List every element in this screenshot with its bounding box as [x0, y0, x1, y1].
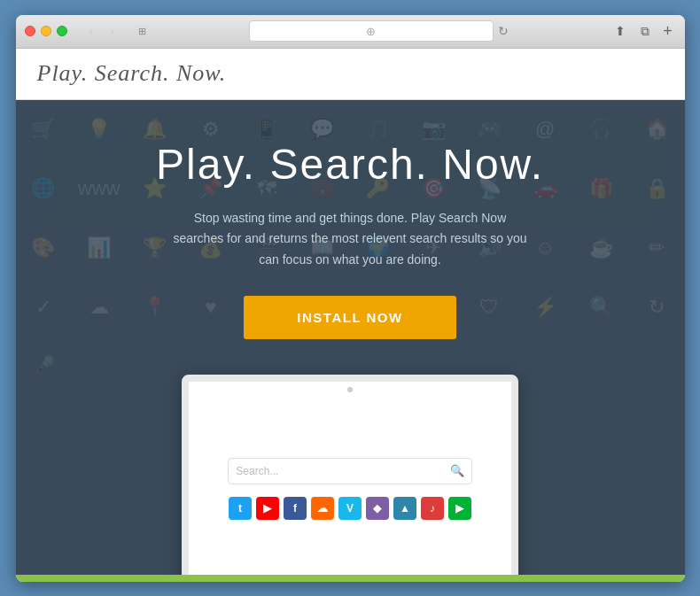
- forward-icon: ›: [110, 24, 114, 38]
- bg-icon-pencil: ✏: [649, 236, 665, 259]
- bg-icon-bulb: 💡: [87, 118, 111, 141]
- close-button[interactable]: [25, 26, 35, 36]
- social-icon-misc1[interactable]: ◆: [366, 497, 389, 520]
- social-icon-misc3[interactable]: ♪: [421, 497, 444, 520]
- browser-window: ‹ › ⊞ ⊕ ↻ ⬆ ⧉ +: [16, 15, 685, 582]
- bg-icon-search: www: [78, 177, 121, 200]
- minimize-button[interactable]: [41, 26, 51, 36]
- reload-button[interactable]: ↻: [494, 21, 513, 41]
- device-search-text: Search...: [236, 465, 278, 477]
- maximize-button[interactable]: [57, 26, 67, 36]
- add-tab-icon: +: [663, 22, 673, 41]
- bg-icon-chart: 📊: [87, 236, 111, 259]
- bg-icon-checkmark: ✓: [35, 296, 51, 319]
- tabs-icon: ⧉: [641, 24, 649, 39]
- back-button[interactable]: ‹: [82, 21, 101, 41]
- bg-icon-magnifier: 🔍: [589, 296, 613, 319]
- bg-icon-refresh: ↻: [649, 296, 665, 319]
- bg-icon-headphone: 🎧: [589, 118, 613, 141]
- hero-area: 🛒 💡 🔔 ⚙ 📱 💬 🎵 📷 🎮 @ 🎧 🏠 🌐 www ⭐ 📌 🗺 💼 🔑 …: [16, 100, 685, 575]
- back-icon: ‹: [89, 24, 93, 38]
- bg-icon-gift: 🎁: [589, 177, 613, 200]
- reload-icon: ↻: [498, 24, 509, 38]
- device-search-icon: 🔍: [450, 464, 464, 477]
- device-search-bar[interactable]: Search... 🔍: [228, 458, 471, 484]
- nav-buttons: ‹ ›: [82, 21, 122, 41]
- share-button[interactable]: ⬆: [611, 21, 630, 41]
- bg-icon-cloud: ☁: [89, 296, 109, 319]
- share-icon: ⬆: [615, 24, 626, 38]
- nav-bar: Play. Search. Now.: [16, 49, 685, 100]
- social-icon-facebook[interactable]: f: [284, 497, 307, 520]
- traffic-lights: [25, 26, 67, 36]
- reader-icon: ⊞: [138, 26, 146, 37]
- social-icon-misc2[interactable]: ▲: [393, 497, 416, 520]
- bg-icon-mic: 🎤: [31, 355, 55, 378]
- bg-icon-globe: 🌐: [31, 177, 55, 200]
- hero-title: Play. Search. Now.: [156, 140, 544, 189]
- add-tab-button[interactable]: +: [660, 23, 676, 39]
- address-bar-container: ⊕ ↻: [159, 20, 603, 42]
- hero-content: Play. Search. Now. Stop wasting time and…: [156, 100, 544, 575]
- toolbar-right: ⬆ ⧉ +: [611, 21, 676, 41]
- install-now-button[interactable]: INSTALL NOW: [244, 296, 455, 339]
- bg-icon-coffee: ☕: [589, 236, 613, 259]
- address-bar[interactable]: ⊕: [249, 20, 494, 42]
- bottom-bar: [16, 575, 685, 582]
- device-screen: Search... 🔍 t ▶ f ☁ V ◆ ▲ ♪ ▶: [189, 398, 511, 575]
- reader-button[interactable]: ⊞: [133, 21, 152, 41]
- forward-button[interactable]: ›: [103, 21, 122, 41]
- hero-description: Stop wasting time and get things done. P…: [173, 208, 527, 271]
- device-social-icons: t ▶ f ☁ V ◆ ▲ ♪ ▶: [229, 497, 471, 520]
- bg-icon-lock: 🔒: [645, 177, 669, 200]
- title-bar: ‹ › ⊞ ⊕ ↻ ⬆ ⧉ +: [16, 15, 685, 49]
- social-icon-youtube[interactable]: ▶: [256, 497, 279, 520]
- bg-icon-paint: 🎨: [31, 236, 55, 259]
- device-camera: [347, 387, 353, 392]
- social-icon-misc4[interactable]: ▶: [448, 497, 471, 520]
- bg-icon-home: 🏠: [645, 118, 669, 141]
- tabs-button[interactable]: ⧉: [635, 21, 655, 41]
- bg-icon-cart: 🛒: [31, 118, 55, 141]
- logo-text: Play. Search. Now.: [37, 60, 227, 87]
- social-icon-twitter[interactable]: t: [229, 497, 252, 520]
- device-mockup: Search... 🔍 t ▶ f ☁ V ◆ ▲ ♪ ▶: [182, 375, 518, 575]
- social-icon-vimeo[interactable]: V: [338, 497, 362, 520]
- social-icon-soundcloud[interactable]: ☁: [311, 497, 334, 520]
- address-plus-icon: ⊕: [366, 25, 376, 38]
